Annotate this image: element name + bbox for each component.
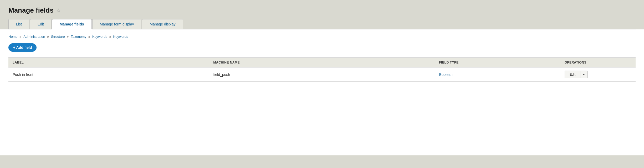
operations-dropdown-button[interactable]: ▾ [580,71,588,78]
field-type-link[interactable]: Boolean [439,72,452,77]
breadcrumb-sep-4: » [88,35,91,39]
breadcrumb-taxonomy[interactable]: Taxonomy [71,35,86,39]
table-row: Push in front field_push Boolean Edit ▾ [8,67,636,82]
col-header-machine-name: MACHINE NAME [209,58,435,67]
breadcrumb-sep-2: » [47,35,50,39]
fields-table: LABEL MACHINE NAME FIELD TYPE OPERATIONS… [8,57,636,82]
tabs-bar: List Edit Manage fields Manage form disp… [8,19,636,29]
page-title-row: Manage fields ☆ [8,6,636,14]
col-header-label: LABEL [8,58,209,67]
cell-operations: Edit ▾ [560,67,636,82]
breadcrumb-structure[interactable]: Structure [51,35,65,39]
page-title: Manage fields [8,6,54,14]
table-header: LABEL MACHINE NAME FIELD TYPE OPERATIONS [8,58,636,67]
page-wrapper: Manage fields ☆ List Edit Manage fields … [0,0,644,29]
col-header-field-type: FIELD TYPE [435,58,560,67]
tab-list[interactable]: List [8,19,29,29]
cell-field-type: Boolean [435,67,560,82]
tab-manage-fields[interactable]: Manage fields [52,19,92,29]
breadcrumb-administration[interactable]: Administration [23,35,45,39]
breadcrumb-keywords-2[interactable]: Keywords [113,35,128,39]
edit-button[interactable]: Edit [565,71,580,78]
operations-cell: Edit ▾ [565,71,631,78]
cell-label: Push in front [8,67,209,82]
content-area: Home » Administration » Structure » Taxo… [0,29,644,155]
table-header-row: LABEL MACHINE NAME FIELD TYPE OPERATIONS [8,58,636,67]
tab-manage-form-display[interactable]: Manage form display [92,19,142,29]
tab-manage-display[interactable]: Manage display [142,19,183,29]
breadcrumb-sep-5: » [109,35,112,39]
cell-machine-name: field_push [209,67,435,82]
breadcrumb-sep-1: » [19,35,22,39]
breadcrumb-home[interactable]: Home [8,35,18,39]
favorite-star-icon[interactable]: ☆ [56,7,61,14]
breadcrumb-sep-3: » [67,35,70,39]
table-body: Push in front field_push Boolean Edit ▾ [8,67,636,82]
breadcrumb: Home » Administration » Structure » Taxo… [8,35,636,39]
breadcrumb-keywords-1[interactable]: Keywords [92,35,107,39]
tab-edit[interactable]: Edit [30,19,52,29]
add-field-button[interactable]: + Add field [8,43,37,52]
col-header-operations: OPERATIONS [560,58,636,67]
